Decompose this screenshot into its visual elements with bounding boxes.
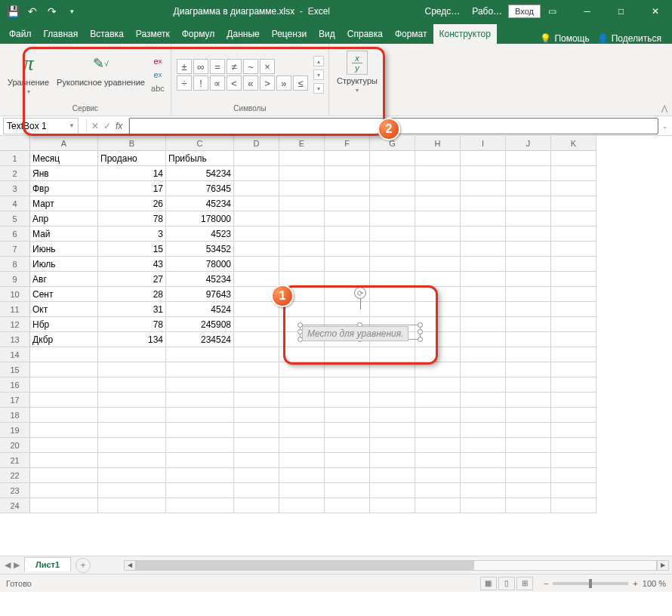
cell[interactable] [415,498,461,513]
cell[interactable] [279,362,325,377]
cell[interactable] [98,377,166,393]
col-header[interactable]: K [551,136,596,151]
cell[interactable]: Сент [30,287,98,302]
cell[interactable] [551,347,596,362]
cell[interactable] [98,347,166,362]
cell[interactable] [325,393,370,408]
cell[interactable] [415,242,461,257]
cell[interactable] [279,377,325,393]
cell[interactable]: 78000 [166,257,234,272]
cell[interactable] [30,408,98,423]
tab-file[interactable]: Файл [3,24,38,44]
cell[interactable] [370,453,415,468]
cell[interactable] [279,226,325,242]
cell[interactable] [370,423,415,438]
cell[interactable] [506,423,551,438]
minimize-icon[interactable]: ─ [570,0,604,23]
row-header[interactable]: 2 [0,166,30,181]
tab-insert[interactable]: Вставка [84,24,130,44]
cell[interactable] [506,226,551,242]
cell[interactable] [461,377,506,393]
cell[interactable] [325,408,370,423]
symbol-btn[interactable]: = [210,59,225,74]
cell[interactable] [325,438,370,453]
cell[interactable] [370,302,415,317]
cell[interactable] [551,498,596,513]
symbol-btn[interactable]: ∞ [193,59,208,74]
cell[interactable]: 134 [98,332,166,347]
cell[interactable] [415,483,461,498]
tab-layout[interactable]: Разметк [130,24,176,44]
cell[interactable] [506,393,551,408]
row-header[interactable]: 20 [0,438,30,453]
cell[interactable]: Месяц [30,151,98,166]
cell[interactable] [506,498,551,513]
zoom-in-icon[interactable]: + [633,579,637,588]
cell[interactable] [551,317,596,332]
cell[interactable] [461,151,506,166]
cell[interactable]: Нбр [30,317,98,332]
cell[interactable] [461,181,506,196]
cell[interactable]: Июнь [30,242,98,257]
cell[interactable] [506,196,551,211]
cell[interactable] [461,408,506,423]
cell[interactable] [98,362,166,377]
cell[interactable] [234,347,279,362]
cell[interactable] [551,151,596,166]
symbol-btn[interactable]: × [260,59,275,74]
cell[interactable] [506,453,551,468]
cell[interactable] [551,196,596,211]
cell[interactable]: 234524 [166,332,234,347]
row-header[interactable]: 23 [0,483,30,498]
cell[interactable]: Прибыль [166,151,234,166]
row-header[interactable]: 17 [0,393,30,408]
cell[interactable] [30,483,98,498]
cell[interactable] [234,151,279,166]
cell[interactable] [98,453,166,468]
cell[interactable]: 78 [98,211,166,226]
cell[interactable] [370,498,415,513]
cell[interactable] [461,438,506,453]
row-header[interactable]: 7 [0,242,30,257]
symbol-btn[interactable]: > [260,75,275,91]
cell[interactable] [506,468,551,483]
horizontal-scrollbar[interactable]: ◀ ▶ [121,560,672,571]
cell[interactable] [461,453,506,468]
cell[interactable] [370,408,415,423]
row-header[interactable]: 13 [0,332,30,347]
row-header[interactable]: 15 [0,362,30,377]
cell[interactable] [370,166,415,181]
cell[interactable] [325,196,370,211]
cell[interactable]: 178000 [166,211,234,226]
cell[interactable]: Янв [30,166,98,181]
cell[interactable] [166,453,234,468]
cell[interactable] [415,302,461,317]
cell[interactable] [166,377,234,393]
cell[interactable] [506,272,551,287]
cell[interactable] [461,272,506,287]
col-header[interactable]: E [279,136,325,151]
cell[interactable] [279,393,325,408]
cell[interactable] [461,302,506,317]
cell[interactable] [415,423,461,438]
tell-me-button[interactable]: 💡 Помощь [540,33,589,44]
cell[interactable] [279,498,325,513]
linear-icon[interactable]: ex [151,69,165,81]
cell[interactable] [166,468,234,483]
cell[interactable] [325,151,370,166]
cell[interactable] [461,287,506,302]
cell[interactable] [234,468,279,483]
login-button[interactable]: Вход [508,5,541,18]
redo-icon[interactable]: ↷ [44,3,60,20]
normal-text-icon[interactable]: abc [151,82,165,94]
cell[interactable] [234,453,279,468]
row-header[interactable]: 18 [0,408,30,423]
cell[interactable] [370,211,415,226]
cell[interactable] [370,362,415,377]
cell[interactable] [325,347,370,362]
cell[interactable] [506,166,551,181]
cell[interactable] [325,483,370,498]
row-header[interactable]: 21 [0,453,30,468]
tab-data[interactable]: Данные [220,24,265,44]
row-header[interactable]: 5 [0,211,30,226]
